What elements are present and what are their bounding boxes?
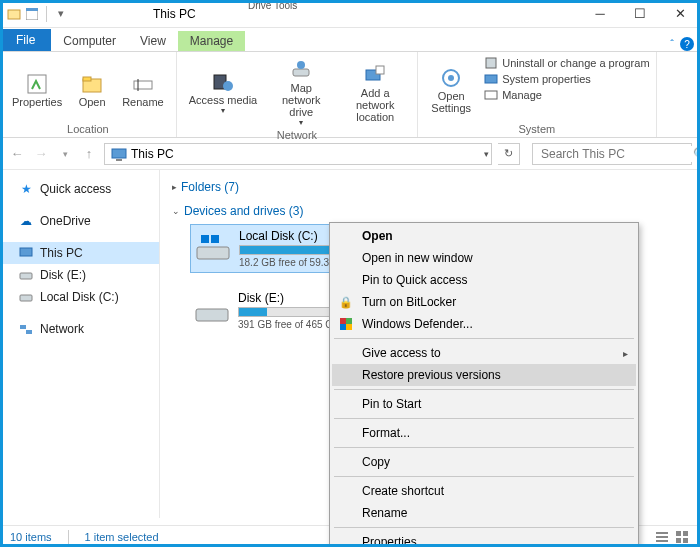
separator: [334, 389, 634, 390]
separator: [46, 6, 47, 22]
details-view-icon[interactable]: [654, 529, 670, 545]
nav-sidebar: ★Quick access ☁OneDrive This PC Disk (E:…: [0, 170, 160, 518]
help-icon[interactable]: ?: [680, 37, 694, 51]
sysprops-icon: [484, 72, 498, 86]
group-location: Location: [6, 123, 170, 135]
qat-props-icon[interactable]: [24, 6, 40, 22]
cm-new-window[interactable]: Open in new window: [332, 247, 636, 269]
system-props-link[interactable]: System properties: [484, 72, 649, 86]
svg-rect-30: [656, 532, 668, 534]
cm-defender[interactable]: Windows Defender...: [332, 313, 636, 335]
svg-rect-40: [346, 324, 352, 330]
svg-rect-18: [485, 91, 497, 99]
context-menu: Open Open in new window Pin to Quick acc…: [329, 222, 639, 547]
group-network: Network: [183, 129, 411, 141]
address-dropdown-icon[interactable]: ▾: [484, 149, 489, 159]
svg-rect-17: [485, 75, 497, 83]
forward-button[interactable]: →: [32, 145, 50, 163]
large-icons-view-icon[interactable]: [674, 529, 690, 545]
sidebar-item-localc[interactable]: Local Disk (C:): [0, 286, 159, 308]
drives-group-header[interactable]: ⌄Devices and drives (3): [172, 200, 688, 224]
svg-rect-35: [676, 538, 681, 543]
svg-point-15: [448, 75, 454, 81]
svg-rect-27: [201, 235, 209, 243]
up-button[interactable]: ↑: [80, 145, 98, 163]
svg-rect-10: [293, 69, 309, 76]
open-button[interactable]: Open: [70, 56, 114, 123]
window-title: This PC: [153, 7, 196, 21]
minimize-button[interactable]: ─: [580, 0, 620, 28]
thispc-icon: [111, 146, 127, 162]
uninstall-link[interactable]: Uninstall or change a program: [484, 56, 649, 70]
address-bar[interactable]: This PC ▾: [104, 143, 492, 165]
separator: [334, 527, 634, 528]
refresh-button[interactable]: ↻: [498, 143, 520, 165]
cm-rename[interactable]: Rename: [332, 502, 636, 524]
tab-computer[interactable]: Computer: [51, 31, 128, 51]
bitlocker-icon: 🔒: [338, 294, 354, 310]
tab-file[interactable]: File: [0, 29, 51, 51]
search-input[interactable]: [539, 146, 693, 162]
drive-icon: [18, 289, 34, 305]
manage-link[interactable]: Manage: [484, 88, 649, 102]
back-button[interactable]: ←: [8, 145, 26, 163]
cm-restore-versions[interactable]: Restore previous versions: [332, 364, 636, 386]
add-location-button[interactable]: Add a network location: [339, 56, 411, 129]
close-button[interactable]: ✕: [660, 0, 700, 28]
network-icon: [18, 321, 34, 337]
separator: [334, 447, 634, 448]
svg-rect-22: [20, 273, 32, 279]
svg-rect-38: [346, 318, 352, 324]
cm-copy[interactable]: Copy: [332, 451, 636, 473]
sidebar-item-thispc[interactable]: This PC: [0, 242, 159, 264]
cm-open[interactable]: Open: [332, 225, 636, 247]
group-system: System: [424, 123, 649, 135]
cm-properties[interactable]: Properties: [332, 531, 636, 547]
recent-dropdown[interactable]: ▾: [56, 145, 74, 163]
pc-icon: [18, 245, 34, 261]
maximize-button[interactable]: ☐: [620, 0, 660, 28]
svg-rect-19: [112, 149, 126, 158]
ribbon-collapse-icon[interactable]: ˆ: [670, 38, 674, 50]
folders-group-header[interactable]: ▸Folders (7): [172, 176, 688, 200]
svg-point-9: [223, 81, 233, 91]
chevron-down-icon: ⌄: [172, 206, 180, 216]
sidebar-item-network[interactable]: Network: [0, 318, 159, 340]
svg-rect-36: [683, 538, 688, 543]
sidebar-item-quick[interactable]: ★Quick access: [0, 178, 159, 200]
access-media-button[interactable]: Access media▾: [183, 56, 263, 129]
svg-rect-34: [683, 531, 688, 536]
shield-icon: [338, 316, 354, 332]
sidebar-item-onedrive[interactable]: ☁OneDrive: [0, 210, 159, 232]
address-path: This PC: [131, 147, 174, 161]
map-drive-button[interactable]: Map network drive▾: [265, 56, 337, 129]
svg-rect-26: [197, 247, 229, 259]
search-box[interactable]: 🔍: [532, 143, 692, 165]
tab-view[interactable]: View: [128, 31, 178, 51]
properties-button[interactable]: Properties: [6, 56, 68, 123]
separator: [334, 476, 634, 477]
svg-rect-24: [20, 325, 26, 329]
cm-shortcut[interactable]: Create shortcut: [332, 480, 636, 502]
chevron-right-icon: ▸: [172, 182, 177, 192]
svg-rect-16: [486, 58, 496, 68]
svg-rect-23: [20, 295, 32, 301]
sidebar-item-diske[interactable]: Disk (E:): [0, 264, 159, 286]
cm-give-access[interactable]: Give access to▸: [332, 342, 636, 364]
cm-pin-start[interactable]: Pin to Start: [332, 393, 636, 415]
svg-rect-32: [656, 540, 668, 542]
svg-rect-2: [26, 8, 38, 11]
svg-point-11: [297, 61, 305, 69]
qat-dropdown-icon[interactable]: ▾: [53, 6, 69, 22]
cm-format[interactable]: Format...: [332, 422, 636, 444]
status-selected: 1 item selected: [85, 531, 159, 543]
open-settings-button[interactable]: Open Settings: [424, 56, 478, 123]
search-icon: 🔍: [693, 147, 700, 161]
svg-rect-25: [26, 330, 32, 334]
cm-bitlocker[interactable]: 🔒Turn on BitLocker: [332, 291, 636, 313]
cm-pin-quick[interactable]: Pin to Quick access: [332, 269, 636, 291]
drive-icon: [194, 291, 230, 327]
chevron-right-icon: ▸: [623, 348, 628, 359]
rename-button[interactable]: Rename: [116, 56, 170, 123]
tab-manage[interactable]: Manage: [178, 31, 245, 51]
